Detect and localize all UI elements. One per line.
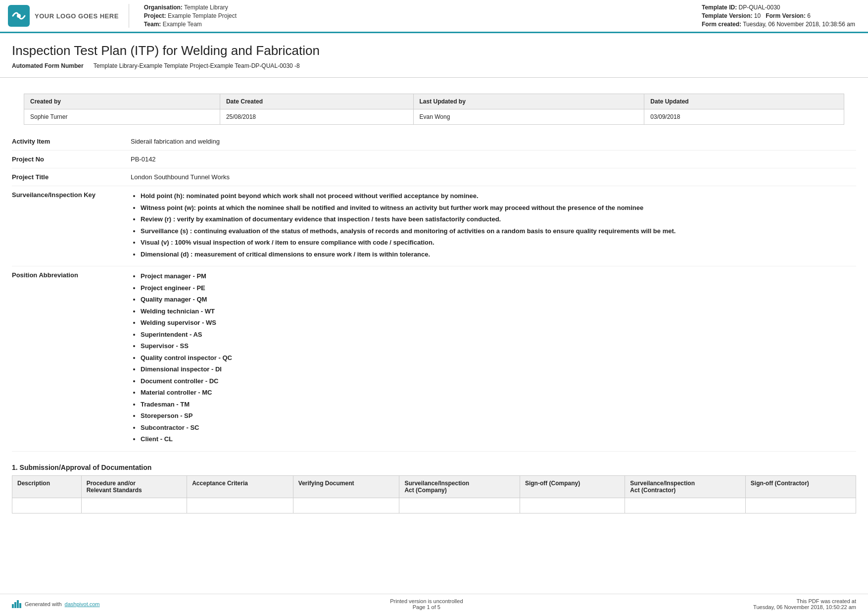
- header-right: Template ID: DP-QUAL-0030 Template Versi…: [702, 4, 860, 28]
- page-text: Page 1 of 5: [390, 604, 463, 610]
- inspection-key-row: Surveilance/Inspection Key Hold point (h…: [12, 186, 856, 266]
- dashpivot-link[interactable]: dashpivot.com: [65, 601, 100, 607]
- position-abbr-value: Project manager - PMProject engineer - P…: [131, 271, 856, 446]
- section1-header: 1. Submission/Approval of Documentation: [12, 463, 856, 471]
- org-line: Organisation: Template Library: [144, 4, 692, 11]
- activity-item-label: Activity Item: [12, 138, 121, 145]
- list-item: Storeperson - SP: [141, 411, 856, 421]
- page-footer: Generated with dashpivot.com Printed ver…: [0, 594, 868, 614]
- section1-table: Description Procedure and/orRelevant Sta…: [12, 475, 856, 513]
- col-surv-company: Surveilance/InspectionAct (Company): [399, 475, 520, 498]
- footer-left: Generated with dashpivot.com: [12, 600, 100, 608]
- project-no-row: Project No PB-0142: [12, 151, 856, 168]
- list-item: Supervisor - SS: [141, 341, 856, 351]
- project-title-label: Project Title: [12, 173, 121, 181]
- list-item: Dimensional inspector - DI: [141, 364, 856, 374]
- dashpivot-icon: [12, 600, 22, 608]
- info-table-wrapper: Created by Date Created Last Updated by …: [0, 78, 868, 125]
- logo-icon: [8, 5, 30, 27]
- col-header-date-created: Date Created: [220, 94, 413, 109]
- col-procedure: Procedure and/orRelevant Standards: [81, 475, 187, 498]
- page-header: YOUR LOGO GOES HERE Organisation: Templa…: [0, 0, 868, 33]
- col-signoff-contractor: Sign-off (Contractor): [745, 475, 856, 498]
- position-abbr-row: Position Abbreviation Project manager - …: [12, 266, 856, 452]
- list-item: Review (r) : verify by examination of do…: [141, 214, 856, 224]
- list-item: Material controller - MC: [141, 388, 856, 398]
- col-header-date-updated: Date Updated: [644, 94, 844, 109]
- last-updated-by-value: Evan Wong: [413, 109, 644, 125]
- form-number-value: Template Library-Example Template Projec…: [94, 62, 300, 69]
- created-by-value: Sophie Turner: [24, 109, 220, 125]
- footer-right: This PDF was created at Tuesday, 06 Nove…: [753, 598, 856, 610]
- list-item: Tradesman - TM: [141, 400, 856, 409]
- activity-item-row: Activity Item Siderail fabrication and w…: [12, 133, 856, 151]
- form-created-line: Form created: Tuesday, 06 November 2018,…: [702, 21, 860, 28]
- list-item: Hold point (h): nominated point beyond w…: [141, 191, 856, 201]
- form-number-label: Automated Form Number: [12, 62, 84, 69]
- print-label: Printed version is uncontrolled: [390, 598, 463, 604]
- list-item: Subcontractor - SC: [141, 423, 856, 433]
- position-abbr-list: Project manager - PMProject engineer - P…: [131, 271, 856, 444]
- activity-item-value: Siderail fabrication and welding: [131, 138, 856, 145]
- project-line: Project: Example Template Project: [144, 12, 692, 19]
- col-header-last-updated-by: Last Updated by: [413, 94, 644, 109]
- team-line: Team: Example Team: [144, 21, 692, 28]
- list-item: Welding supervisor - WS: [141, 318, 856, 328]
- position-abbr-label: Position Abbreviation: [12, 271, 121, 279]
- list-item: Quality control inspector - QC: [141, 353, 856, 363]
- logo-area: YOUR LOGO GOES HERE: [8, 4, 129, 28]
- list-item: Client - CL: [141, 434, 856, 444]
- pdf-text: This PDF was created at: [753, 598, 856, 604]
- generated-text: Generated with: [25, 601, 62, 607]
- content-area: Activity Item Siderail fabrication and w…: [0, 125, 868, 521]
- project-title-value: London Southbound Tunnel Works: [131, 173, 856, 181]
- list-item: Document controller - DC: [141, 376, 856, 386]
- template-id-line: Template ID: DP-QUAL-0030: [702, 4, 860, 11]
- col-description: Description: [12, 475, 82, 498]
- template-version-line: Template Version: 10 Form Version: 6: [702, 12, 860, 19]
- list-item: Superintendent - AS: [141, 330, 856, 340]
- list-item: Visual (v) : 100% visual inspection of w…: [141, 238, 856, 248]
- info-table: Created by Date Created Last Updated by …: [24, 94, 844, 125]
- project-no-value: PB-0142: [131, 155, 856, 163]
- date-updated-value: 03/09/2018: [644, 109, 844, 125]
- list-item: Dimensional (d) : measurement of critica…: [141, 250, 856, 259]
- section1-empty-row: [12, 498, 856, 513]
- col-verifying: Verifying Document: [293, 475, 399, 498]
- project-no-label: Project No: [12, 155, 121, 163]
- project-title-row: Project Title London Southbound Tunnel W…: [12, 168, 856, 186]
- col-surv-contractor: Surveilance/InspectionAct (Contractor): [625, 475, 746, 498]
- svg-point-1: [17, 14, 21, 18]
- svg-rect-5: [19, 603, 21, 608]
- main-title: Inspection Test Plan (ITP) for Welding a…: [12, 43, 856, 58]
- date-created-value: 25/08/2018: [220, 109, 413, 125]
- logo-text: YOUR LOGO GOES HERE: [35, 12, 119, 20]
- svg-rect-3: [14, 602, 16, 608]
- list-item: Project engineer - PE: [141, 283, 856, 293]
- col-acceptance: Acceptance Criteria: [187, 475, 293, 498]
- list-item: Surveillance (s) : continuing evaluation…: [141, 226, 856, 236]
- inspection-key-list: Hold point (h): nominated point beyond w…: [131, 191, 856, 259]
- info-table-row: Sophie Turner 25/08/2018 Evan Wong 03/09…: [24, 109, 844, 125]
- list-item: Witness point (w): points at which the n…: [141, 203, 856, 213]
- list-item: Project manager - PM: [141, 271, 856, 281]
- col-signoff-company: Sign-off (Company): [520, 475, 625, 498]
- svg-rect-4: [17, 600, 19, 608]
- col-header-created-by: Created by: [24, 94, 220, 109]
- svg-rect-2: [12, 604, 14, 608]
- list-item: Quality manager - QM: [141, 295, 856, 305]
- list-item: Welding technician - WT: [141, 307, 856, 316]
- header-center: Organisation: Template Library Project: …: [144, 4, 692, 28]
- inspection-key-label: Surveilance/Inspection Key: [12, 191, 121, 199]
- inspection-key-value: Hold point (h): nominated point beyond w…: [131, 191, 856, 261]
- pdf-date: Tuesday, 06 November 2018, 10:50:22 am: [753, 604, 856, 610]
- form-number-row: Automated Form Number Template Library-E…: [12, 62, 856, 69]
- footer-center: Printed version is uncontrolled Page 1 o…: [390, 598, 463, 610]
- title-area: Inspection Test Plan (ITP) for Welding a…: [0, 33, 868, 78]
